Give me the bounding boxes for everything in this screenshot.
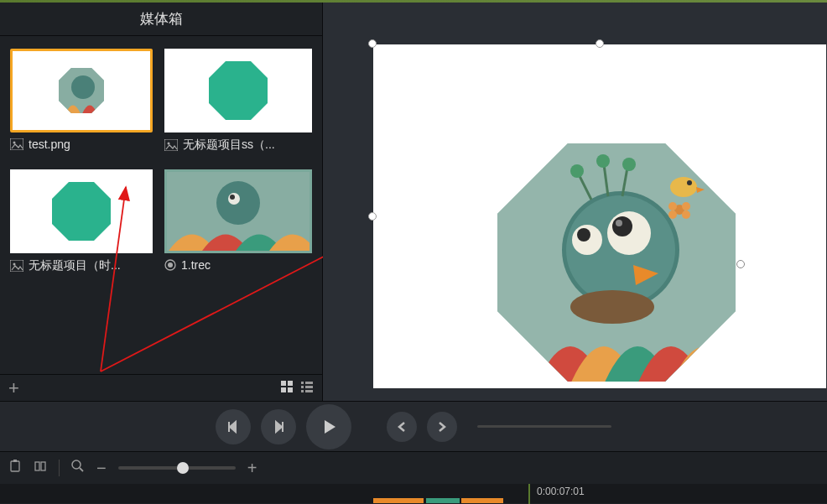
next-frame-button[interactable] xyxy=(261,409,296,444)
svg-point-47 xyxy=(570,290,654,324)
panel-header: 媒体箱 xyxy=(0,3,322,36)
svg-rect-26 xyxy=(305,382,313,384)
svg-line-60 xyxy=(80,468,83,471)
svg-point-49 xyxy=(687,180,692,185)
playhead[interactable] xyxy=(528,484,530,504)
svg-point-51 xyxy=(668,202,677,210)
media-label: 无标题项目ss（... xyxy=(183,138,275,153)
list-view-button[interactable] xyxy=(300,380,314,396)
svg-rect-22 xyxy=(288,381,293,386)
svg-point-8 xyxy=(168,143,170,145)
split-button[interactable] xyxy=(34,460,47,476)
svg-point-44 xyxy=(596,154,610,168)
svg-point-42 xyxy=(570,164,584,178)
svg-point-17 xyxy=(168,262,173,268)
zoom-in-button[interactable]: + xyxy=(247,459,257,478)
media-bin-panel: 媒体箱 xyxy=(0,3,323,401)
resize-handle[interactable] xyxy=(368,212,377,221)
timeline-clip[interactable] xyxy=(373,498,424,503)
panel-title: 媒体箱 xyxy=(140,9,183,29)
svg-rect-56 xyxy=(13,460,17,462)
svg-point-11 xyxy=(13,263,16,266)
previous-marker-button[interactable] xyxy=(387,412,417,442)
thumbnail-image xyxy=(206,59,270,122)
svg-point-37 xyxy=(612,216,632,236)
svg-marker-6 xyxy=(209,61,268,120)
svg-rect-58 xyxy=(41,462,45,470)
svg-point-3 xyxy=(71,75,95,99)
resize-handle[interactable] xyxy=(368,39,377,48)
svg-marker-9 xyxy=(52,182,111,241)
svg-point-38 xyxy=(616,220,622,226)
image-icon xyxy=(10,138,23,150)
svg-point-59 xyxy=(72,460,81,469)
zoom-slider[interactable] xyxy=(118,466,236,470)
svg-point-52 xyxy=(682,202,690,210)
media-label: test.png xyxy=(29,138,70,151)
recording-icon xyxy=(164,259,176,271)
media-label: 1.trec xyxy=(181,258,211,272)
timecode: 0:00:07:01 xyxy=(537,486,585,497)
svg-rect-28 xyxy=(305,386,313,388)
media-item-test-png[interactable]: test.png xyxy=(10,49,153,158)
svg-point-53 xyxy=(668,210,677,219)
svg-rect-29 xyxy=(301,390,304,392)
svg-point-48 xyxy=(670,177,697,197)
image-icon xyxy=(10,260,23,272)
svg-point-13 xyxy=(216,181,260,225)
svg-rect-23 xyxy=(281,387,286,392)
canvas-media-object[interactable] xyxy=(495,141,738,387)
zoom-search-icon[interactable] xyxy=(71,460,85,476)
thumbnail-image xyxy=(167,169,309,253)
svg-point-5 xyxy=(13,142,16,144)
thumbnail-image xyxy=(56,65,107,116)
svg-point-40 xyxy=(577,228,590,242)
svg-rect-55 xyxy=(11,461,19,471)
thumbnail-image xyxy=(49,179,113,243)
timeline-clip[interactable] xyxy=(461,498,503,503)
svg-point-46 xyxy=(622,158,636,171)
media-item-untitled-time[interactable]: 无标题项目（时... xyxy=(10,169,153,278)
grid-view-button[interactable] xyxy=(280,380,294,396)
media-label: 无标题项目（时... xyxy=(29,258,121,273)
svg-rect-25 xyxy=(301,382,304,384)
timeline-track[interactable]: 0:00:07:01 xyxy=(0,484,827,503)
timeline-clip[interactable] xyxy=(426,498,460,503)
playback-bar xyxy=(0,401,827,451)
svg-rect-27 xyxy=(301,386,304,388)
timeline: − + 0:00:07:01 xyxy=(0,451,827,503)
svg-point-15 xyxy=(230,195,235,200)
canvas[interactable] xyxy=(373,44,826,388)
resize-handle[interactable] xyxy=(736,260,745,268)
zoom-out-button[interactable]: − xyxy=(96,459,107,478)
image-icon xyxy=(164,139,178,151)
paste-button[interactable] xyxy=(8,460,22,476)
svg-rect-24 xyxy=(288,387,293,392)
play-button[interactable] xyxy=(306,404,351,449)
canvas-panel xyxy=(323,3,827,401)
svg-point-54 xyxy=(682,210,690,219)
progress-slider[interactable] xyxy=(477,425,611,428)
previous-frame-button[interactable] xyxy=(216,409,251,444)
svg-rect-30 xyxy=(305,390,313,392)
resize-handle[interactable] xyxy=(596,39,604,48)
media-item-1-trec[interactable]: 1.trec xyxy=(164,169,312,278)
svg-rect-21 xyxy=(281,381,286,386)
media-item-untitled-ss[interactable]: 无标题项目ss（... xyxy=(164,49,312,158)
next-marker-button[interactable] xyxy=(427,412,457,442)
svg-rect-57 xyxy=(35,462,39,470)
add-media-button[interactable]: + xyxy=(8,379,19,397)
